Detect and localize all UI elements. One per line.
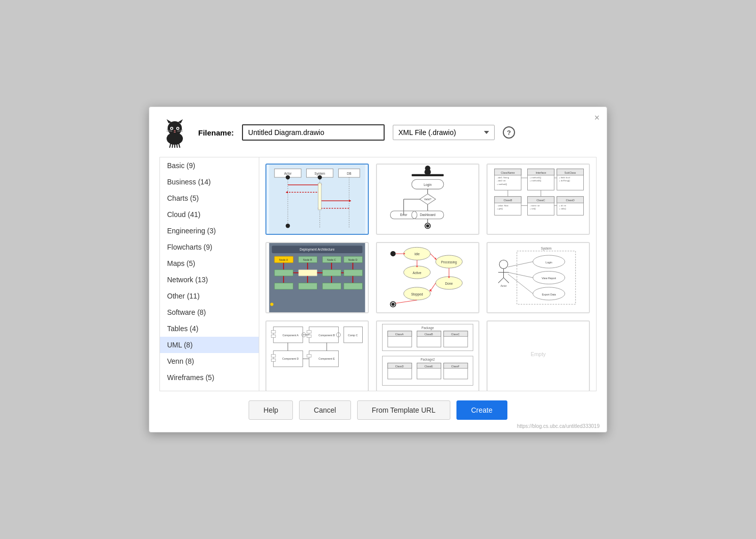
svg-line-14	[172, 144, 173, 148]
svg-text:ClassC: ClassC	[451, 333, 460, 336]
template-thumb-usecase[interactable]: System Actor Login View Report	[487, 242, 590, 313]
svg-point-7	[177, 128, 179, 129]
format-help-button[interactable]: ?	[503, 126, 515, 139]
help-button[interactable]: Help	[249, 400, 293, 420]
sidebar-item-engineering[interactable]: Engineering (3)	[160, 223, 259, 239]
svg-text:Node A: Node A	[279, 258, 288, 261]
sidebar-item-business[interactable]: Business (14)	[160, 174, 259, 190]
svg-text:Actor: Actor	[500, 284, 506, 287]
svg-rect-174	[272, 331, 276, 333]
template-thumb-state[interactable]: Idle Active Processing Done Stopped	[376, 242, 479, 313]
dialog-footer: Help Cancel From Template URL Create	[159, 400, 597, 420]
svg-rect-190	[307, 355, 311, 357]
sidebar-item-tables[interactable]: Tables (4)	[160, 320, 259, 337]
svg-point-38	[318, 175, 322, 179]
svg-text:+ set(): + set()	[530, 207, 536, 210]
svg-text:Package2: Package2	[421, 358, 435, 362]
svg-rect-124	[344, 283, 363, 289]
svg-rect-116	[344, 270, 363, 276]
sidebar-item-maps[interactable]: Maps (5)	[160, 255, 259, 272]
svg-text:ClassName: ClassName	[501, 171, 515, 174]
svg-text:Active: Active	[413, 271, 422, 275]
template-thumb-package[interactable]: Empty	[487, 320, 590, 391]
svg-point-39	[286, 224, 290, 228]
svg-text:ClassD: ClassD	[395, 365, 404, 368]
svg-text:Error: Error	[400, 213, 407, 217]
svg-text:View Report: View Report	[542, 277, 556, 280]
svg-text:System: System	[541, 247, 552, 251]
svg-text:+ get(): + get()	[497, 207, 503, 210]
svg-text:Component E: Component E	[318, 357, 335, 360]
svg-rect-178	[307, 331, 311, 333]
from-template-url-button[interactable]: From Template URL	[357, 400, 450, 420]
close-button[interactable]: ×	[594, 113, 600, 122]
svg-point-37	[286, 175, 290, 179]
sidebar-item-venn[interactable]: Venn (8)	[160, 353, 259, 369]
svg-point-152	[391, 303, 394, 306]
app-logo	[159, 117, 190, 148]
svg-rect-113	[275, 270, 293, 276]
svg-rect-121	[275, 283, 293, 289]
svg-text:Node D: Node D	[348, 258, 358, 261]
svg-point-130	[390, 251, 395, 256]
svg-point-128	[270, 303, 273, 306]
sidebar-item-flowcharts[interactable]: Flowcharts (9)	[160, 239, 259, 255]
svg-text:ClassE: ClassE	[424, 365, 433, 368]
new-diagram-dialog: ×	[149, 106, 607, 433]
svg-rect-186	[272, 355, 276, 357]
svg-text:+ doThing(): + doThing()	[559, 179, 570, 182]
svg-text:+ field: bool: + field: bool	[559, 176, 570, 179]
svg-text:SubClass: SubClass	[564, 171, 576, 174]
svg-rect-154	[490, 243, 586, 312]
sidebar-item-network[interactable]: Network (13)	[160, 272, 259, 288]
svg-rect-123	[322, 283, 341, 289]
svg-text:System: System	[314, 172, 325, 176]
template-thumb-class[interactable]: ClassName - attr1: String - attr2: int +…	[487, 164, 590, 235]
sidebar-item-charts[interactable]: Charts (5)	[160, 190, 259, 206]
svg-point-6	[171, 128, 173, 129]
sidebar-item-software[interactable]: Software (8)	[160, 304, 259, 320]
sidebar-item-other[interactable]: Other (11)	[160, 288, 259, 304]
cancel-button[interactable]: Cancel	[299, 400, 351, 420]
svg-text:Export Data: Export Data	[542, 293, 556, 296]
templates-area: Actor System DB	[259, 157, 596, 391]
svg-rect-36	[318, 183, 321, 210]
svg-text:+ method1(): + method1()	[530, 176, 542, 179]
create-button[interactable]: Create	[456, 400, 507, 420]
template-thumb-sequence[interactable]: Actor System DB	[265, 164, 369, 235]
sidebar-item-wireframes[interactable]: Wireframes (5)	[160, 369, 259, 386]
svg-text:- value: float: - value: float	[497, 204, 509, 207]
svg-text:Node B: Node B	[303, 258, 312, 261]
template-thumb-deployment[interactable]: Deployment Architecture Node A Node B No…	[265, 242, 369, 313]
sidebar-item-basic[interactable]: Basic (9)	[160, 157, 259, 174]
sidebar-item-uml[interactable]: UML (8)	[160, 337, 259, 353]
svg-text:+ method(): + method()	[497, 183, 507, 185]
svg-rect-175	[272, 335, 276, 337]
svg-text:Node C: Node C	[327, 258, 336, 261]
filename-label: Filename:	[198, 128, 234, 137]
template-browser: Basic (9) Business (14) Charts (5) Cloud…	[159, 157, 597, 391]
svg-text:+ calc(): + calc()	[559, 207, 566, 210]
svg-rect-58	[412, 174, 444, 176]
svg-text:DB: DB	[347, 172, 352, 175]
svg-rect-122	[299, 283, 317, 289]
svg-text:Package: Package	[421, 326, 434, 330]
svg-text:ClassC: ClassC	[536, 199, 545, 202]
category-sidebar: Basic (9) Business (14) Charts (5) Cloud…	[160, 157, 259, 391]
template-thumb-timing[interactable]: Package ClassA ClassB ClassC Pac	[376, 320, 479, 391]
watermark: https://blog.cs.ubc.ca/untitled333019	[517, 423, 600, 429]
sidebar-item-cloud[interactable]: Cloud (41)	[160, 206, 259, 223]
svg-line-17	[179, 144, 180, 148]
svg-text:ClassF: ClassF	[451, 365, 460, 368]
svg-line-13	[170, 144, 171, 148]
svg-text:ClassD: ClassD	[566, 199, 575, 202]
svg-text:Dashboard: Dashboard	[420, 213, 436, 217]
svg-text:ClassB: ClassB	[424, 333, 433, 336]
svg-text:- attr1: String: - attr1: String	[497, 176, 509, 179]
template-thumb-activity[interactable]: Login Valid? Dashboard	[376, 164, 479, 235]
filename-input[interactable]	[242, 124, 385, 141]
template-thumb-component[interactable]: Component A Component B Comp C	[265, 320, 369, 391]
format-select[interactable]: XML File (.drawio) XML File (.xml) HTML …	[393, 125, 495, 140]
svg-point-1	[168, 121, 182, 136]
svg-line-16	[177, 144, 177, 148]
